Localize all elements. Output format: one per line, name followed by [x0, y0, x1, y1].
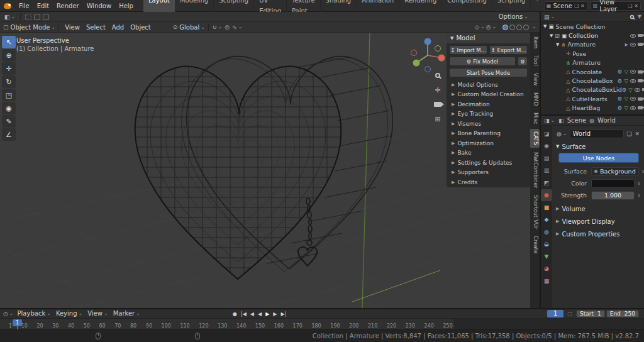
- color-swatch[interactable]: [591, 179, 635, 188]
- new-scene-icon[interactable]: ❏: [574, 3, 579, 9]
- fake-user-icon[interactable]: ❏: [626, 131, 632, 137]
- select-mode-new-icon[interactable]: [25, 14, 31, 20]
- camera-view-icon[interactable]: [433, 99, 443, 109]
- export-model-button[interactable]: ↥Export M...: [489, 45, 528, 55]
- tab-render[interactable]: ◉: [541, 140, 552, 153]
- fix-model-settings-button[interactable]: ⚙: [518, 57, 528, 66]
- toggle-ortho-icon[interactable]: ⊞: [433, 114, 443, 124]
- outliner-row-armature-data[interactable]: ⋔ Armature: [541, 58, 644, 67]
- hide-viewport-icon[interactable]: [630, 106, 636, 110]
- sidebar-tab-tool[interactable]: Tool: [530, 53, 540, 69]
- scene-selector[interactable]: ▦ Scene ❏ ✕: [544, 1, 587, 11]
- tab-particles[interactable]: ◍: [541, 226, 552, 238]
- surface-shader-dropdown[interactable]: Background: [591, 167, 639, 176]
- select-mode-subtract-icon[interactable]: [43, 14, 49, 20]
- collection-checkbox[interactable]: ☑: [555, 33, 560, 39]
- gizmo-y-axis[interactable]: [413, 60, 420, 67]
- modifier-wrench-icon[interactable]: ⚙: [622, 87, 627, 93]
- annotate-tool[interactable]: ✎: [2, 115, 16, 128]
- world-name-field[interactable]: World: [570, 130, 625, 138]
- rotate-tool[interactable]: ↻: [2, 75, 16, 88]
- jump-to-end-button[interactable]: ▶|: [280, 311, 286, 317]
- select-mode-extend-icon[interactable]: [34, 14, 40, 20]
- viewport-menu-select[interactable]: Select: [84, 21, 108, 33]
- blender-logo-icon[interactable]: [4, 3, 11, 9]
- outliner-row-cutiehearts[interactable]: △ CutieHearts ⚙▽: [541, 94, 644, 103]
- keying-menu[interactable]: Keying: [54, 307, 84, 320]
- import-model-button[interactable]: ↧Import M...: [449, 45, 487, 55]
- start-pose-mode-button[interactable]: Start Pose Mode: [449, 68, 528, 77]
- proportional-edit-icon[interactable]: ◎: [224, 24, 230, 30]
- gizmo-neg-x-axis[interactable]: [411, 50, 417, 56]
- tab-world[interactable]: ●: [541, 189, 552, 202]
- outliner-row-pose[interactable]: ✛ Pose: [541, 49, 644, 58]
- pointer-icon[interactable]: ➤: [624, 41, 628, 48]
- section-bone-parenting[interactable]: ▶Bone Parenting: [447, 129, 530, 139]
- tab-scene[interactable]: ◩: [541, 177, 552, 189]
- heart-model-wireframe[interactable]: [126, 57, 392, 284]
- cursor-tool[interactable]: ⊕: [2, 49, 16, 62]
- animate-decorator-icon[interactable]: [638, 194, 640, 197]
- gizmo-x-axis[interactable]: [438, 55, 445, 62]
- remove-view-layer-icon[interactable]: ✕: [634, 3, 638, 9]
- section-settings-updates[interactable]: ▶Settings & Updates: [447, 158, 530, 168]
- snap-magnet-icon[interactable]: ∪: [212, 24, 223, 30]
- tab-object[interactable]: ■: [541, 201, 552, 214]
- select-box-tool[interactable]: ↖: [2, 36, 16, 48]
- viewport-display-section-header[interactable]: ▶Viewport Display: [552, 216, 644, 226]
- menu-help[interactable]: Help: [115, 0, 137, 12]
- play-button[interactable]: ▶: [265, 311, 269, 317]
- play-reverse-button[interactable]: ◀: [258, 311, 262, 317]
- tab-modifiers[interactable]: ◆: [541, 214, 552, 226]
- viewport-menu-view[interactable]: View: [62, 21, 82, 33]
- gizmo-z-axis[interactable]: [425, 38, 431, 45]
- outliner-row-chocolatebox[interactable]: △ ChocolateBox ⚙▽: [541, 76, 644, 85]
- section-visemes[interactable]: ▶Visemes: [447, 119, 530, 129]
- tab-texture[interactable]: ▦: [541, 275, 552, 287]
- menu-file[interactable]: File: [15, 0, 33, 12]
- disable-render-icon[interactable]: [638, 97, 643, 101]
- hide-viewport-icon[interactable]: [630, 70, 636, 74]
- viewport-menu-object[interactable]: Object: [128, 21, 153, 33]
- menu-edit[interactable]: Edit: [33, 0, 53, 12]
- outliner-row-heartbag[interactable]: △ HeartBag ⚙▽: [541, 104, 644, 113]
- modifier-wrench-icon[interactable]: ⚙: [618, 78, 623, 84]
- tab-output[interactable]: ▤: [541, 152, 552, 165]
- use-nodes-button[interactable]: Use Nodes: [558, 153, 639, 163]
- fix-model-button[interactable]: ⚙Fix Model: [449, 57, 516, 66]
- tab-material[interactable]: ◕: [541, 263, 552, 275]
- navigation-gizmo[interactable]: [411, 38, 445, 72]
- section-optimization[interactable]: ▶Optimization: [447, 138, 530, 148]
- editor-type-icon[interactable]: ◧: [4, 14, 16, 20]
- timeline-track[interactable]: 1102030405060708090100110120130140150160…: [0, 319, 644, 329]
- sidebar-tab-create[interactable]: Create: [530, 233, 540, 256]
- world-datablock-icon[interactable]: ◍: [556, 131, 568, 137]
- modifier-wrench-icon[interactable]: ⚙: [618, 105, 623, 111]
- hide-viewport-icon[interactable]: [630, 34, 636, 38]
- shading-rendered-icon[interactable]: [523, 25, 529, 30]
- modifier-wrench-icon[interactable]: ⚙: [618, 69, 623, 75]
- playback-menu[interactable]: Playback: [16, 307, 53, 320]
- editor-type-icon[interactable]: ◷: [3, 311, 14, 317]
- jump-to-start-button[interactable]: |◀: [241, 311, 247, 317]
- move-tool[interactable]: ✛: [2, 62, 16, 75]
- sidebar-tab-matcombiner[interactable]: MatCombiner: [530, 150, 540, 190]
- zoom-icon[interactable]: [433, 70, 443, 80]
- tab-object-data[interactable]: ▼: [541, 250, 552, 263]
- unlink-scene-icon[interactable]: ✕: [580, 3, 585, 9]
- menu-render[interactable]: Render: [53, 0, 83, 12]
- gizmo-neg-y-axis[interactable]: [435, 46, 441, 52]
- editor-type-icon[interactable]: ▤: [543, 14, 555, 20]
- shading-solid-icon[interactable]: [509, 25, 515, 30]
- hide-viewport-icon[interactable]: [630, 43, 636, 47]
- overlays-dropdown-icon[interactable]: ◎: [486, 24, 497, 30]
- cats-panel-header[interactable]: ▼ Model: [447, 33, 530, 43]
- transform-orientation-dropdown[interactable]: Global: [179, 24, 205, 31]
- hide-viewport-icon[interactable]: [630, 97, 636, 101]
- scale-tool[interactable]: ◳: [2, 89, 16, 101]
- animate-decorator-icon[interactable]: [638, 182, 640, 185]
- tab-physics[interactable]: ◒: [541, 238, 552, 251]
- auto-key-ic[interactable]: ◌: [567, 311, 573, 317]
- disable-render-icon[interactable]: [638, 34, 643, 37]
- disable-render-icon[interactable]: [638, 79, 643, 82]
